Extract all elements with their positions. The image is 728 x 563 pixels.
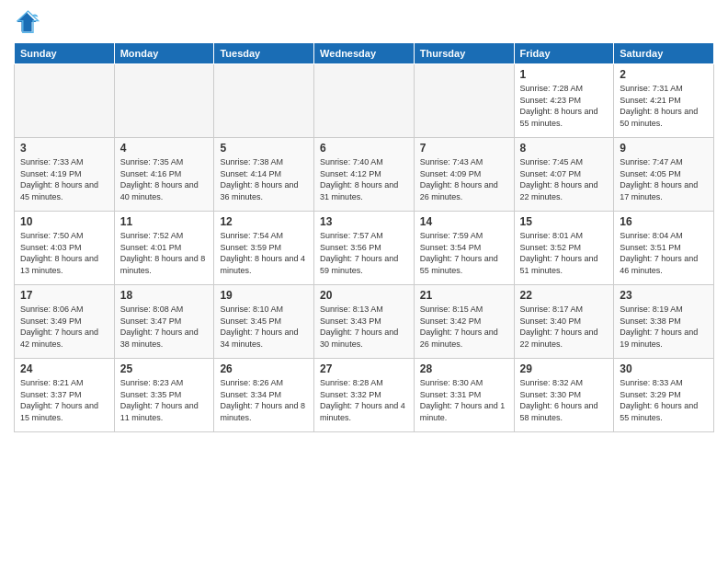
calendar-day-cell: 24Sunrise: 8:21 AM Sunset: 3:37 PM Dayli… (15, 359, 115, 432)
weekday-header-cell: Monday (114, 43, 214, 64)
day-info: Sunrise: 7:47 AM Sunset: 4:05 PM Dayligh… (620, 156, 708, 202)
day-info: Sunrise: 8:06 AM Sunset: 3:49 PM Dayligh… (20, 304, 108, 350)
day-number: 4 (120, 142, 209, 155)
calendar-header: SundayMondayTuesdayWednesdayThursdayFrid… (15, 43, 714, 64)
day-number: 25 (120, 362, 209, 375)
calendar-week-row: 1Sunrise: 7:28 AM Sunset: 4:23 PM Daylig… (15, 64, 714, 138)
day-number: 20 (320, 289, 408, 302)
calendar-day-cell: 8Sunrise: 7:45 AM Sunset: 4:07 PM Daylig… (514, 138, 614, 212)
calendar-day-cell: 3Sunrise: 7:33 AM Sunset: 4:19 PM Daylig… (15, 138, 115, 212)
calendar-day-cell: 14Sunrise: 7:59 AM Sunset: 3:54 PM Dayli… (414, 212, 514, 285)
calendar-day-cell: 25Sunrise: 8:23 AM Sunset: 3:35 PM Dayli… (114, 359, 214, 432)
day-number: 12 (220, 215, 308, 228)
calendar-day-cell: 28Sunrise: 8:30 AM Sunset: 3:31 PM Dayli… (414, 359, 514, 432)
day-number: 14 (420, 215, 508, 228)
day-info: Sunrise: 7:52 AM Sunset: 4:01 PM Dayligh… (120, 230, 209, 276)
day-info: Sunrise: 8:30 AM Sunset: 3:31 PM Dayligh… (420, 377, 508, 423)
calendar-day-cell (414, 64, 514, 138)
day-info: Sunrise: 7:59 AM Sunset: 3:54 PM Dayligh… (420, 230, 508, 276)
calendar-day-cell: 20Sunrise: 8:13 AM Sunset: 3:43 PM Dayli… (314, 285, 415, 359)
calendar-day-cell (314, 64, 415, 138)
day-number: 24 (20, 362, 108, 375)
calendar-day-cell: 18Sunrise: 8:08 AM Sunset: 3:47 PM Dayli… (114, 285, 214, 359)
calendar-day-cell: 26Sunrise: 8:26 AM Sunset: 3:34 PM Dayli… (214, 359, 314, 432)
weekday-header-cell: Friday (514, 43, 614, 64)
day-number: 9 (620, 142, 708, 155)
day-number: 13 (320, 215, 408, 228)
day-info: Sunrise: 7:54 AM Sunset: 3:59 PM Dayligh… (220, 230, 308, 276)
day-info: Sunrise: 8:17 AM Sunset: 3:40 PM Dayligh… (520, 304, 609, 350)
day-info: Sunrise: 7:38 AM Sunset: 4:14 PM Dayligh… (220, 156, 308, 202)
calendar-day-cell: 21Sunrise: 8:15 AM Sunset: 3:42 PM Dayli… (414, 285, 514, 359)
day-number: 21 (420, 289, 508, 302)
day-info: Sunrise: 7:31 AM Sunset: 4:21 PM Dayligh… (620, 83, 708, 129)
day-info: Sunrise: 8:23 AM Sunset: 3:35 PM Dayligh… (120, 377, 209, 423)
logo (14, 9, 43, 35)
day-info: Sunrise: 8:21 AM Sunset: 3:37 PM Dayligh… (20, 377, 108, 423)
day-number: 6 (320, 142, 408, 155)
day-number: 7 (420, 142, 508, 155)
day-number: 23 (620, 289, 708, 302)
calendar-day-cell: 4Sunrise: 7:35 AM Sunset: 4:16 PM Daylig… (114, 138, 214, 212)
calendar-day-cell: 17Sunrise: 8:06 AM Sunset: 3:49 PM Dayli… (15, 285, 115, 359)
logo-icon (14, 9, 40, 35)
calendar-week-row: 17Sunrise: 8:06 AM Sunset: 3:49 PM Dayli… (15, 285, 714, 359)
calendar-body: 1Sunrise: 7:28 AM Sunset: 4:23 PM Daylig… (15, 64, 714, 432)
day-info: Sunrise: 7:28 AM Sunset: 4:23 PM Dayligh… (520, 83, 609, 129)
calendar-day-cell: 5Sunrise: 7:38 AM Sunset: 4:14 PM Daylig… (214, 138, 314, 212)
day-info: Sunrise: 8:32 AM Sunset: 3:30 PM Dayligh… (520, 377, 609, 423)
day-number: 29 (520, 362, 609, 375)
day-info: Sunrise: 7:57 AM Sunset: 3:56 PM Dayligh… (320, 230, 408, 276)
calendar-day-cell: 30Sunrise: 8:33 AM Sunset: 3:29 PM Dayli… (614, 359, 714, 432)
calendar-day-cell: 22Sunrise: 8:17 AM Sunset: 3:40 PM Dayli… (514, 285, 614, 359)
weekday-header-cell: Thursday (414, 43, 514, 64)
page-container: SundayMondayTuesdayWednesdayThursdayFrid… (0, 0, 728, 563)
day-number: 16 (620, 215, 708, 228)
day-number: 18 (120, 289, 209, 302)
day-number: 11 (120, 215, 209, 228)
day-info: Sunrise: 7:33 AM Sunset: 4:19 PM Dayligh… (20, 156, 108, 202)
day-info: Sunrise: 7:35 AM Sunset: 4:16 PM Dayligh… (120, 156, 209, 202)
day-number: 26 (220, 362, 308, 375)
calendar-day-cell: 1Sunrise: 7:28 AM Sunset: 4:23 PM Daylig… (514, 64, 614, 138)
calendar-day-cell (214, 64, 314, 138)
day-info: Sunrise: 7:50 AM Sunset: 4:03 PM Dayligh… (20, 230, 108, 276)
day-number: 22 (520, 289, 609, 302)
day-number: 2 (620, 68, 708, 81)
calendar-day-cell: 29Sunrise: 8:32 AM Sunset: 3:30 PM Dayli… (514, 359, 614, 432)
day-info: Sunrise: 7:45 AM Sunset: 4:07 PM Dayligh… (520, 156, 609, 202)
day-info: Sunrise: 8:08 AM Sunset: 3:47 PM Dayligh… (120, 304, 209, 350)
day-info: Sunrise: 7:40 AM Sunset: 4:12 PM Dayligh… (320, 156, 408, 202)
day-number: 27 (320, 362, 408, 375)
day-info: Sunrise: 8:04 AM Sunset: 3:51 PM Dayligh… (620, 230, 708, 276)
calendar-day-cell: 16Sunrise: 8:04 AM Sunset: 3:51 PM Dayli… (614, 212, 714, 285)
calendar-day-cell: 2Sunrise: 7:31 AM Sunset: 4:21 PM Daylig… (614, 64, 714, 138)
day-info: Sunrise: 8:19 AM Sunset: 3:38 PM Dayligh… (620, 304, 708, 350)
calendar-day-cell: 19Sunrise: 8:10 AM Sunset: 3:45 PM Dayli… (214, 285, 314, 359)
weekday-header-cell: Wednesday (314, 43, 415, 64)
day-number: 1 (520, 68, 609, 81)
calendar-day-cell (15, 64, 115, 138)
day-number: 28 (420, 362, 508, 375)
calendar-day-cell: 23Sunrise: 8:19 AM Sunset: 3:38 PM Dayli… (614, 285, 714, 359)
weekday-header-cell: Tuesday (214, 43, 314, 64)
day-info: Sunrise: 8:10 AM Sunset: 3:45 PM Dayligh… (220, 304, 308, 350)
calendar-day-cell (114, 64, 214, 138)
day-number: 15 (520, 215, 609, 228)
weekday-header-cell: Saturday (614, 43, 714, 64)
day-info: Sunrise: 8:15 AM Sunset: 3:42 PM Dayligh… (420, 304, 508, 350)
calendar-day-cell: 11Sunrise: 7:52 AM Sunset: 4:01 PM Dayli… (114, 212, 214, 285)
day-number: 30 (620, 362, 708, 375)
calendar-week-row: 3Sunrise: 7:33 AM Sunset: 4:19 PM Daylig… (15, 138, 714, 212)
weekday-header-cell: Sunday (15, 43, 115, 64)
calendar-day-cell: 15Sunrise: 8:01 AM Sunset: 3:52 PM Dayli… (514, 212, 614, 285)
day-number: 10 (20, 215, 108, 228)
calendar-day-cell: 13Sunrise: 7:57 AM Sunset: 3:56 PM Dayli… (314, 212, 415, 285)
calendar-week-row: 10Sunrise: 7:50 AM Sunset: 4:03 PM Dayli… (15, 212, 714, 285)
calendar-day-cell: 10Sunrise: 7:50 AM Sunset: 4:03 PM Dayli… (15, 212, 115, 285)
day-number: 8 (520, 142, 609, 155)
calendar: SundayMondayTuesdayWednesdayThursdayFrid… (14, 42, 714, 432)
calendar-day-cell: 27Sunrise: 8:28 AM Sunset: 3:32 PM Dayli… (314, 359, 415, 432)
calendar-day-cell: 9Sunrise: 7:47 AM Sunset: 4:05 PM Daylig… (614, 138, 714, 212)
day-info: Sunrise: 8:26 AM Sunset: 3:34 PM Dayligh… (220, 377, 308, 423)
